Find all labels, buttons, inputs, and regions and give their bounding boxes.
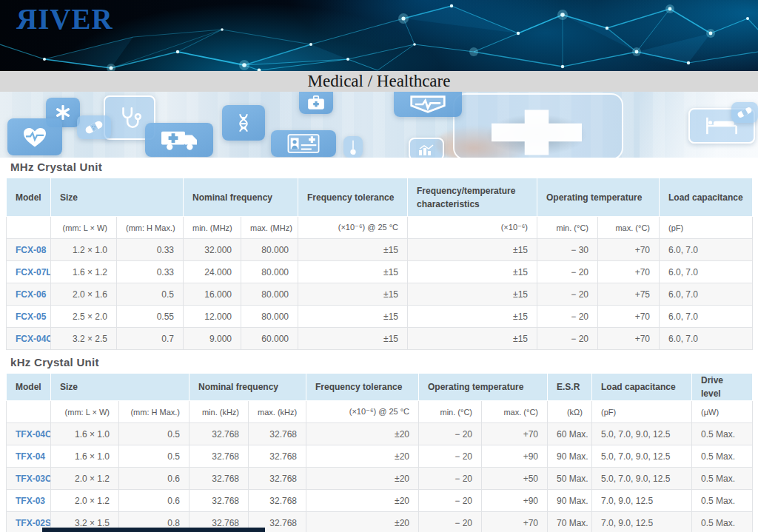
model-cell: FCX-05 [7, 306, 51, 328]
model-link-fcx-04c[interactable]: FCX-04C [16, 334, 51, 344]
brand-logo[interactable]: ЯIVER [16, 2, 113, 36]
section-title-khz: kHz Crystal Unit [10, 356, 99, 368]
medical-tile [222, 105, 265, 141]
column-group-frequency-tolerance: Frequency tolerance [298, 178, 408, 217]
data-cell: ±20 [306, 512, 419, 532]
model-link-fcx-05[interactable]: FCX-05 [16, 312, 46, 322]
data-cell: ±15 [408, 261, 537, 283]
stethoscope-icon [117, 105, 142, 130]
data-cell: +75 [598, 283, 660, 306]
id-card-icon [279, 134, 328, 153]
column-subheader: max. (MHz) [241, 217, 298, 239]
table-row: FCX-04C3.2 × 2.50.79.00060.000±15±15− 20… [7, 328, 753, 350]
column-subheader: (pF) [660, 217, 753, 239]
medical-tile [409, 138, 444, 158]
data-cell: ±20 [306, 468, 419, 490]
column-subheader: max. (°C) [598, 217, 660, 239]
column-group-size: Size [51, 178, 184, 217]
data-cell: 0.5 Max. [692, 468, 753, 490]
data-cell: 80.000 [241, 261, 298, 283]
medical-cross-icon [492, 110, 582, 158]
model-link-tfx-02s[interactable]: TFX-02S [16, 518, 51, 528]
data-cell: 7.0, 9.0, 12.5 [592, 512, 692, 532]
data-cell: 6.0, 7.0 [660, 328, 753, 350]
medical-banner [0, 92, 758, 158]
data-cell: 1.6 × 1.2 [51, 261, 117, 283]
model-link-tfx-03[interactable]: TFX-03 [16, 496, 45, 506]
model-link-tfx-04[interactable]: TFX-04 [16, 451, 45, 462]
data-cell: 0.5 Max. [692, 490, 753, 512]
data-cell: 0.5 [119, 423, 190, 445]
medical-tile [343, 136, 363, 158]
column-group-drive-level: Drive level [692, 374, 753, 401]
data-cell: 70 Max. [548, 512, 592, 532]
data-cell: − 20 [419, 423, 482, 445]
column-subheader [7, 401, 51, 423]
data-cell: ±15 [408, 328, 537, 350]
model-link-fcx-07l[interactable]: FCX-07L [16, 267, 51, 277]
chart-icon [417, 143, 436, 156]
data-cell: 32.768 [249, 445, 306, 468]
column-group-operating-temperature: Operating temperature [419, 374, 548, 401]
table-row: TFX-03C2.0 × 1.20.632.76832.768±20− 20+5… [7, 468, 753, 490]
title-band: Medical / Healthcare [0, 71, 758, 92]
data-cell: 2.5 × 2.0 [51, 306, 117, 328]
model-cell: TFX-03C [7, 468, 51, 490]
data-cell: 2.0 × 1.6 [51, 283, 117, 306]
data-cell: 5.0, 7.0, 9.0, 12.5 [592, 445, 692, 468]
data-cell: 24.000 [184, 261, 241, 283]
column-group-model: Model [7, 178, 51, 217]
data-cell: 12.000 [184, 306, 241, 328]
model-link-tfx-03c[interactable]: TFX-03C [16, 474, 51, 484]
data-cell: − 20 [419, 445, 482, 468]
column-subheader: (kΩ) [548, 401, 592, 423]
data-cell: 0.5 Max. [692, 423, 753, 445]
model-link-fcx-06[interactable]: FCX-06 [16, 289, 46, 300]
model-cell: FCX-06 [7, 283, 51, 306]
data-cell: +70 [598, 239, 660, 261]
data-cell: − 20 [419, 468, 482, 490]
table-row: FCX-081.2 × 1.00.3332.00080.000±15±15− 3… [7, 239, 753, 261]
column-group-frequency-temperature-characteristics: Frequency/temperature characteristics [408, 178, 537, 217]
column-subheader: (μW) [692, 401, 753, 423]
model-cell: FCX-04C [7, 328, 51, 350]
data-cell: − 20 [419, 490, 482, 512]
data-cell: 16.000 [184, 283, 241, 306]
data-cell: 0.6 [119, 468, 190, 490]
column-group-frequency-tolerance: Frequency tolerance [306, 374, 419, 401]
data-cell: 2.0 × 1.2 [51, 468, 119, 490]
column-subheader: (×10⁻⁶) @ 25 °C [306, 401, 419, 423]
data-cell: 50 Max. [548, 468, 592, 490]
data-cell: +70 [482, 423, 548, 445]
data-cell: 0.5 [119, 445, 190, 468]
model-link-fcx-08[interactable]: FCX-08 [16, 245, 46, 255]
model-cell: FCX-08 [7, 239, 51, 261]
column-subheader: (×10⁻⁶) @ 25 °C [298, 217, 408, 239]
data-cell: ±15 [408, 239, 537, 261]
column-subheader: max. (kHz) [249, 401, 306, 423]
table-row: TFX-041.6 × 1.00.532.76832.768±20− 20+90… [7, 445, 753, 468]
data-cell: 0.6 [119, 490, 190, 512]
data-cell: 32.768 [249, 490, 306, 512]
model-link-tfx-04c[interactable]: TFX-04C [16, 429, 51, 440]
model-cell: TFX-03 [7, 490, 51, 512]
data-cell: 32.768 [190, 445, 249, 468]
thermometer-icon [349, 139, 357, 155]
data-cell: +70 [598, 328, 660, 350]
table-row: FCX-052.5 × 2.00.5512.00080.000±15±15− 2… [7, 306, 753, 328]
table-row: FCX-062.0 × 1.60.516.00080.000±15±15− 20… [7, 283, 753, 306]
data-cell: 6.0, 7.0 [660, 283, 753, 306]
column-subheader: min. (MHz) [184, 217, 241, 239]
data-cell: 80.000 [241, 283, 298, 306]
medical-tile [145, 123, 213, 157]
column-subheader: min. (°C) [419, 401, 482, 423]
ambulance-icon [158, 128, 201, 152]
data-cell: ±20 [306, 445, 419, 468]
column-group-nominal-frequency: Nominal frequency [184, 178, 298, 217]
dna-icon [233, 110, 254, 135]
data-cell: 6.0, 7.0 [660, 261, 753, 283]
column-group-operating-temperature: Operating temperature [537, 178, 660, 217]
data-cell: +90 [482, 445, 548, 468]
table-row: TFX-032.0 × 1.20.632.76832.768±20− 20+90… [7, 490, 753, 512]
data-cell: 0.33 [117, 261, 184, 283]
